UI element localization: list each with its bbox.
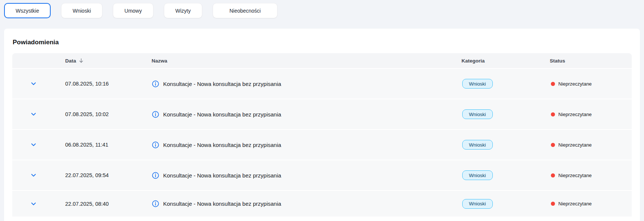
column-header-date-label: Data [65,58,76,64]
status-label: Nieprzeczytane [558,112,592,117]
chevron-down-icon [30,80,37,87]
chevron-down-icon [30,172,37,179]
notification-name-cell: Konsultacje - Nowa konsultacja bez przyp… [152,80,461,88]
expand-cell [12,80,65,87]
column-header-name: Nazwa [152,58,461,64]
status-cell: Nieprzeczytane [550,81,632,87]
chevron-down-icon [30,141,37,148]
expand-row-button[interactable] [30,172,37,179]
notification-row[interactable]: 22.07.2025, 08:40 Konsultacje - Nowa kon… [12,191,632,217]
info-icon[interactable] [152,141,159,149]
expand-row-button[interactable] [30,200,37,208]
column-header-name-label: Nazwa [152,58,167,64]
unread-dot [551,173,555,177]
notifications-table: Data Nazwa Kategoria Status [12,53,632,217]
expand-cell [12,141,65,148]
notification-row[interactable]: 06.08.2025, 11:41 Konsultacje - Nowa kon… [12,130,632,160]
chevron-down-icon [30,200,37,208]
unread-dot [551,112,555,116]
expand-cell [12,172,65,179]
notification-date: 07.08.2025, 10:16 [65,81,152,87]
info-icon[interactable] [152,80,159,88]
notification-date: 06.08.2025, 11:41 [65,142,152,148]
category-badge: Wnioski [462,140,493,150]
table-header-row: Data Nazwa Kategoria Status [12,53,632,68]
notification-title: Konsultacje - Nowa konsultacja bez przyp… [163,81,281,87]
unread-dot [551,82,555,86]
page-title: Powiadomienia [13,39,632,46]
filter-tab-wnioski[interactable]: Wnioski [61,3,102,18]
chevron-down-icon [30,111,37,118]
category-cell: Wnioski [461,199,550,209]
filter-tab-nieobecnosci[interactable]: Nieobecności [213,3,277,18]
filter-tab-wizyty[interactable]: Wizyty [164,3,202,18]
category-badge: Wnioski [462,199,493,209]
info-icon[interactable] [152,200,159,208]
notification-title: Konsultacje - Nowa konsultacja bez przyp… [163,142,281,148]
notification-name-cell: Konsultacje - Nowa konsultacja bez przyp… [152,172,461,179]
notification-row[interactable]: 07.08.2025, 10:16 Konsultacje - Nowa kon… [12,69,632,99]
status-cell: Nieprzeczytane [550,173,632,178]
notification-title: Konsultacje - Nowa konsultacja bez przyp… [163,172,281,179]
notification-title: Konsultacje - Nowa konsultacja bez przyp… [163,201,281,207]
table-body: 07.08.2025, 10:16 Konsultacje - Nowa kon… [12,69,632,217]
status-label: Nieprzeczytane [558,173,592,178]
category-badge: Wnioski [462,79,493,89]
notification-row[interactable]: 22.07.2025, 09:54 Konsultacje - Nowa kon… [12,160,632,190]
notification-date: 07.08.2025, 10:02 [65,111,152,117]
status-label: Nieprzeczytane [558,201,592,206]
status-label: Nieprzeczytane [558,142,592,148]
category-cell: Wnioski [461,109,550,119]
expand-cell [12,111,65,118]
filter-tab-umowy[interactable]: Umowy [113,3,153,18]
notifications-panel: Powiadomienia Data Nazwa Kategoria Statu… [4,29,640,221]
notification-name-cell: Konsultacje - Nowa konsultacja bez przyp… [152,200,461,208]
column-header-status: Status [550,58,632,64]
expand-row-button[interactable] [30,111,37,118]
notification-date: 22.07.2025, 09:54 [65,172,152,178]
status-label: Nieprzeczytane [558,81,592,87]
expand-row-button[interactable] [30,141,37,148]
filter-bar: Wszystkie Wnioski Umowy Wizyty Nieobecno… [0,0,644,18]
category-badge: Wnioski [462,170,493,180]
unread-dot [551,143,555,147]
status-cell: Nieprzeczytane [550,112,632,117]
unread-dot [551,202,555,206]
status-cell: Nieprzeczytane [550,201,632,206]
notification-name-cell: Konsultacje - Nowa konsultacja bez przyp… [152,111,461,118]
notification-name-cell: Konsultacje - Nowa konsultacja bez przyp… [152,141,461,149]
category-badge: Wnioski [462,109,493,119]
category-cell: Wnioski [461,79,550,89]
notification-row[interactable]: 07.08.2025, 10:02 Konsultacje - Nowa kon… [12,99,632,129]
expand-cell [12,200,65,208]
sort-descending-icon [78,58,84,64]
category-cell: Wnioski [461,170,550,180]
notification-date: 22.07.2025, 08:40 [65,201,152,207]
filter-tab-wszystkie[interactable]: Wszystkie [4,3,51,18]
category-cell: Wnioski [461,140,550,150]
column-header-status-label: Status [550,58,565,64]
expand-row-button[interactable] [30,80,37,87]
column-header-category-label: Kategoria [461,58,485,64]
info-icon[interactable] [152,172,159,179]
column-header-date[interactable]: Data [65,58,152,64]
notification-title: Konsultacje - Nowa konsultacja bez przyp… [163,111,281,118]
status-cell: Nieprzeczytane [550,142,632,148]
column-header-category: Kategoria [461,58,550,64]
info-icon[interactable] [152,111,159,118]
